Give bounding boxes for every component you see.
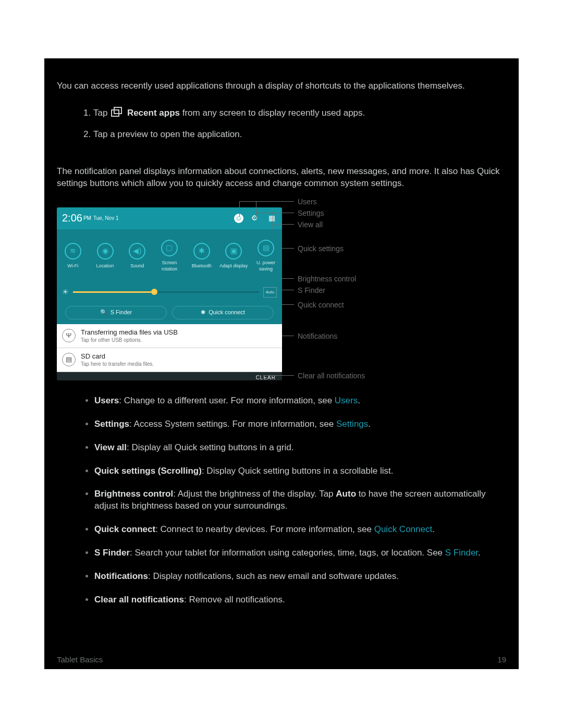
shot-date: Tue, Nov 1 <box>93 215 119 222</box>
def-quicksettings: Quick settings (Scrolling): Display Quic… <box>94 465 506 477</box>
step-1: Tap Recent apps from any screen to displ… <box>93 107 506 119</box>
intro-text: You can access recently used application… <box>57 80 506 92</box>
recent-apps-icon <box>111 107 124 117</box>
content: You can access recently used application… <box>44 58 519 669</box>
qs-adapt[interactable]: ▣Adapt display <box>219 243 248 269</box>
qs-rotation[interactable]: ▢Screen rotation <box>155 240 184 272</box>
def-brightness: Brightness control: Adjust the brightnes… <box>94 488 506 512</box>
def-settings: Settings: Access System settings. For mo… <box>94 418 506 430</box>
link-sfinder[interactable]: S Finder <box>445 548 478 558</box>
sfinder-button[interactable]: 🔍S Finder <box>65 306 167 319</box>
qs-power[interactable]: ▤U. power saving <box>251 240 280 272</box>
auto-brightness-toggle[interactable]: Auto <box>263 287 277 298</box>
ann-viewall: View all <box>298 220 323 230</box>
brightness-icon: ☀ <box>62 287 69 297</box>
screenshot-annotated: 2:06 PM Tue, Nov 1 ☺ ⚙ ▦ ≋Wi-Fi ◉Locatio… <box>57 201 506 380</box>
step1-rest: from any screen to display recently used… <box>180 108 365 118</box>
quickconnect-button[interactable]: ✱Quick connect <box>172 306 274 319</box>
footer-section: Tablet Basics <box>57 655 103 665</box>
ann-notifications: Notifications <box>298 331 337 341</box>
gear-icon[interactable]: ⚙ <box>249 213 260 224</box>
footer-page: 19 <box>497 655 506 665</box>
qs-bluetooth[interactable]: ✱Bluetooth <box>187 243 216 269</box>
step1-tap: Tap <box>93 108 107 118</box>
link-users[interactable]: Users <box>335 396 358 405</box>
connect-icon: ✱ <box>201 309 205 316</box>
footer: Tablet Basics 19 <box>57 655 506 665</box>
step1-bold: Recent apps <box>127 108 180 118</box>
link-quickconnect[interactable]: Quick Connect <box>374 524 433 534</box>
quick-settings-row: ≋Wi-Fi ◉Location ◀)Sound ▢Screen rotatio… <box>57 229 282 280</box>
def-notifications: Notifications: Display notifications, su… <box>94 571 506 583</box>
user-icon[interactable]: ☺ <box>234 214 243 223</box>
def-sfinder: S Finder: Search your tablet for informa… <box>94 547 506 559</box>
steps-list: Tap Recent apps from any screen to displ… <box>57 107 506 141</box>
qs-sound[interactable]: ◀)Sound <box>123 243 152 269</box>
notification-panel-screenshot: 2:06 PM Tue, Nov 1 ☺ ⚙ ▦ ≋Wi-Fi ◉Locatio… <box>57 207 282 380</box>
clear-button[interactable]: CLEAR <box>57 372 282 380</box>
notification-usb[interactable]: Ψ Transferring media files via USBTap fo… <box>57 324 282 348</box>
ann-settings: Settings <box>298 208 324 218</box>
def-users: Users: Change to a different user. For m… <box>94 395 506 407</box>
ann-quicksettings: Quick settings <box>298 244 344 254</box>
finder-row: 🔍S Finder ✱Quick connect <box>57 304 282 324</box>
definitions-list: Users: Change to a different user. For m… <box>57 395 506 606</box>
def-quickconnect: Quick connect: Connect to nearby devices… <box>94 524 506 536</box>
def-viewall: View all: Display all Quick setting butt… <box>94 442 506 454</box>
shot-ampm: PM <box>83 215 91 222</box>
link-settings[interactable]: Settings <box>336 419 368 429</box>
notification-sdcard[interactable]: ▤ SD cardTap here to transfer media file… <box>57 348 282 372</box>
brightness-row: ☀ Auto <box>57 280 282 304</box>
qs-location[interactable]: ◉Location <box>91 243 120 269</box>
qs-wifi[interactable]: ≋Wi-Fi <box>58 243 88 269</box>
ann-quickconnect: Quick connect <box>298 300 344 310</box>
usb-icon: Ψ <box>62 329 76 342</box>
search-icon: 🔍 <box>100 309 107 316</box>
panel-intro: The notification panel displays informat… <box>57 166 506 190</box>
ann-sfinder: S Finder <box>298 286 325 295</box>
sdcard-icon: ▤ <box>62 353 76 366</box>
ann-clearall: Clear all notifications <box>298 371 365 381</box>
shot-topbar: 2:06 PM Tue, Nov 1 ☺ ⚙ ▦ <box>57 207 282 229</box>
ann-brightness: Brightness control <box>298 274 356 284</box>
shot-clock: 2:06 <box>62 211 82 225</box>
page: You can access recently used application… <box>44 58 519 669</box>
step-2: Tap a preview to open the application. <box>93 129 506 141</box>
ann-users: Users <box>298 197 317 207</box>
grid-icon[interactable]: ▦ <box>265 213 277 224</box>
def-clearall: Clear all notifications: Remove all noti… <box>94 594 506 606</box>
brightness-slider[interactable] <box>73 291 259 293</box>
